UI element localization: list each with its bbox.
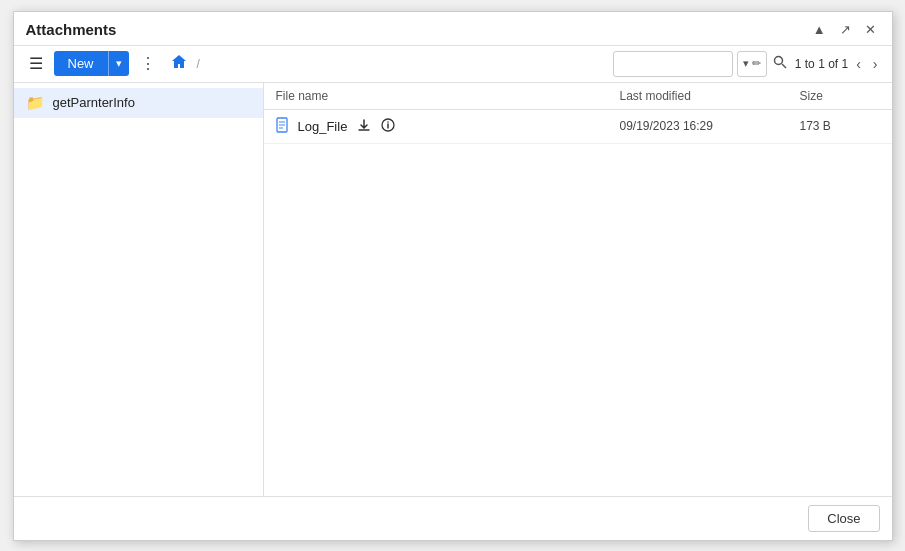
- more-options-button[interactable]: ⋮: [135, 52, 161, 75]
- expand-button[interactable]: ↗: [836, 20, 855, 39]
- prev-page-button[interactable]: ‹: [852, 54, 865, 74]
- download-icon: [357, 118, 371, 132]
- folder-icon: 📁: [26, 94, 45, 112]
- file-size: 173 B: [800, 119, 880, 133]
- footer: Close: [14, 496, 892, 540]
- table-row[interactable]: Log_File: [264, 110, 892, 144]
- dialog-title: Attachments: [26, 21, 117, 38]
- col-header-modified: Last modified: [620, 89, 800, 103]
- filter-down-icon: ▾: [743, 57, 749, 69]
- toolbar: ☰ New ▾ ⋮ / ▾ ✏ 1 to: [14, 46, 892, 83]
- sidebar-item-label: getParnterInfo: [53, 95, 135, 110]
- col-header-size: Size: [800, 89, 880, 103]
- content-area: 📁 getParnterInfo File name Last modified…: [14, 83, 892, 496]
- pagination: 1 to 1 of 1 ‹ ›: [795, 54, 882, 74]
- title-bar-controls: ▲ ↗ ✕: [809, 20, 880, 39]
- sidebar: 📁 getParnterInfo: [14, 83, 264, 496]
- search-button[interactable]: [771, 53, 789, 74]
- file-type-icon: [276, 117, 290, 136]
- home-icon: [171, 54, 187, 70]
- info-icon: [381, 118, 395, 132]
- table-body: Log_File: [264, 110, 892, 496]
- svg-line-1: [782, 64, 786, 68]
- document-icon: [276, 117, 290, 133]
- new-button-group: New ▾: [54, 51, 129, 76]
- next-page-button[interactable]: ›: [869, 54, 882, 74]
- file-actions: [355, 116, 397, 137]
- new-button[interactable]: New: [54, 51, 108, 76]
- download-button[interactable]: [355, 116, 373, 137]
- restore-button[interactable]: ▲: [809, 20, 830, 39]
- close-button[interactable]: Close: [808, 505, 879, 532]
- main-area: File name Last modified Size: [264, 83, 892, 496]
- svg-point-9: [388, 121, 390, 123]
- edit-icon: ✏: [752, 57, 761, 69]
- search-input[interactable]: [613, 51, 733, 77]
- new-dropdown-button[interactable]: ▾: [108, 51, 129, 76]
- svg-point-0: [774, 57, 782, 65]
- search-area: ▾ ✏: [613, 51, 789, 77]
- sidebar-item-getparnterinfo[interactable]: 📁 getParnterInfo: [14, 88, 263, 118]
- hamburger-button[interactable]: ☰: [24, 52, 48, 75]
- table-header: File name Last modified Size: [264, 83, 892, 110]
- home-button[interactable]: [167, 52, 191, 75]
- col-header-filename: File name: [276, 89, 620, 103]
- file-modified: 09/19/2023 16:29: [620, 119, 800, 133]
- title-bar: Attachments ▲ ↗ ✕: [14, 12, 892, 46]
- close-title-button[interactable]: ✕: [861, 20, 880, 39]
- breadcrumb-separator: /: [197, 57, 200, 71]
- info-button[interactable]: [379, 116, 397, 137]
- search-icon: [773, 55, 787, 69]
- attachments-dialog: Attachments ▲ ↗ ✕ ☰ New ▾ ⋮ / ▾ ✏: [13, 11, 893, 541]
- pagination-text: 1 to 1 of 1: [795, 57, 848, 71]
- file-name: Log_File: [298, 119, 348, 134]
- search-filter-button[interactable]: ▾ ✏: [737, 51, 767, 77]
- file-name-cell: Log_File: [276, 116, 620, 137]
